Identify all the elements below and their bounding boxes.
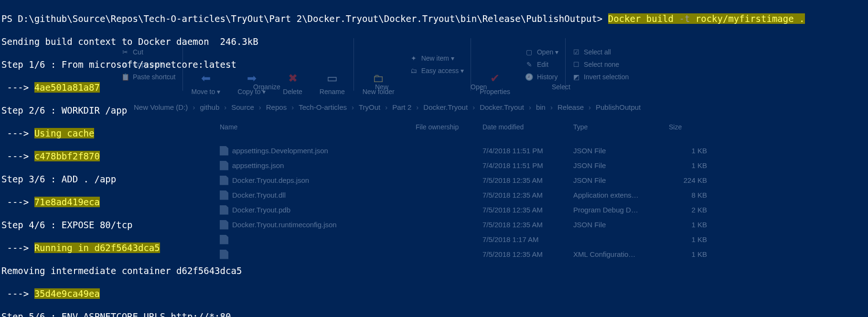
powershell-console[interactable]: PS D:\github\Source\Repos\Tech-O-article… bbox=[0, 0, 868, 317]
console-output-line: Step 1/6 : From microsoft/aspnetcore:lat… bbox=[1, 59, 868, 70]
console-output-line: Step 2/6 : WORKDIR /app bbox=[1, 105, 868, 116]
console-output-line: Removing intermediate container d62f5643… bbox=[1, 265, 868, 276]
running-in-1: Running in d62f5643dca5 bbox=[34, 243, 160, 253]
console-output-line: ---> 71e8ad419eca bbox=[1, 196, 868, 208]
console-output-line: ---> c478bbf2f870 bbox=[1, 150, 868, 162]
console-output-line: Step 4/6 : EXPOSE 80/tcp bbox=[1, 219, 868, 231]
console-output-line: ---> Running in d62f5643dca5 bbox=[1, 242, 868, 254]
prompt-line-1: PS D:\github\Source\Repos\Tech-O-article… bbox=[1, 13, 868, 24]
layer-hash-3: 71e8ad419eca bbox=[34, 197, 100, 207]
layer-hash-2: c478bbf2f870 bbox=[34, 151, 100, 161]
console-output-line: Step 3/6 : ADD . /app bbox=[1, 173, 868, 185]
console-output-line: Sending build context to Docker daemon 2… bbox=[1, 36, 868, 47]
console-output-line: ---> 35d4e9ca49ea bbox=[1, 288, 868, 299]
console-output-line: ---> Using cache bbox=[1, 127, 868, 139]
console-output-line: Step 5/6 : ENV ASPNETCORE_URLS http://*:… bbox=[1, 311, 868, 317]
layer-hash-1: 4ae501a81a87 bbox=[34, 82, 100, 93]
console-output-line: ---> 4ae501a81a87 bbox=[1, 82, 868, 93]
docker-build-cmd: Docker build -t rocky/myfirstimage . bbox=[608, 13, 805, 24]
using-cache: Using cache bbox=[34, 128, 95, 138]
layer-hash-4: 35d4e9ca49ea bbox=[34, 288, 100, 299]
